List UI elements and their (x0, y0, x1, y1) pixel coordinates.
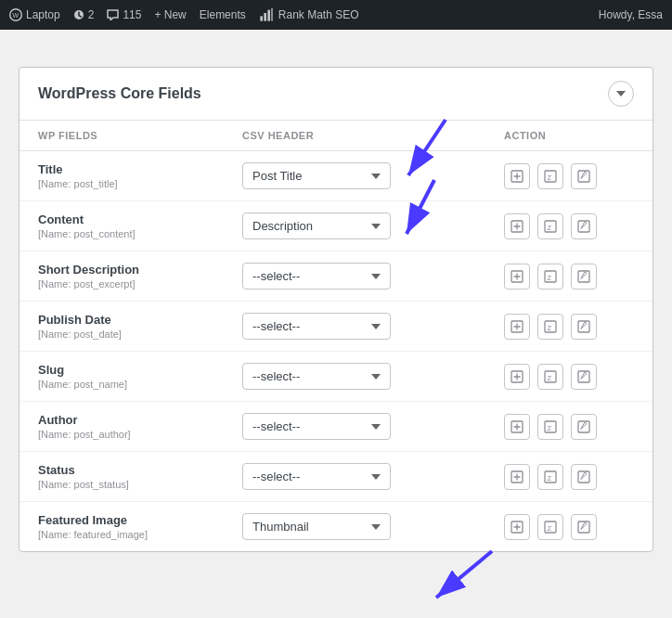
sigma-icon: Σ (544, 320, 557, 333)
wordpress-core-fields-panel: WordPress Core Fields WP FIELDS CSV HEAD… (19, 67, 653, 552)
edit-icon (577, 220, 590, 233)
plus-square-icon (510, 420, 523, 433)
edit-action-publish-date[interactable] (571, 314, 597, 340)
field-label-author: Author [Name: post_author] (38, 413, 242, 440)
csv-select-short-description[interactable]: --select-- Post Title Description Thumbn… (242, 263, 391, 290)
table-row: Content [Name: post_content] Description… (19, 201, 653, 251)
formula-action-title[interactable]: Σ (537, 163, 563, 189)
sigma-icon: Σ (544, 170, 557, 183)
csv-select-featured-image[interactable]: Thumbnail --select-- Post Title Descript… (242, 513, 391, 540)
action-header: ACTION (504, 130, 634, 141)
formula-action-content[interactable]: Σ (537, 213, 563, 239)
svg-text:Σ: Σ (547, 473, 553, 482)
field-label-status: Status [Name: post_status] (38, 463, 242, 490)
csv-select-author[interactable]: --select-- Post Title Description Thumbn… (242, 413, 391, 440)
svg-text:Σ: Σ (547, 223, 553, 231)
sigma-icon: Σ (544, 370, 557, 383)
add-action-featured-image[interactable] (504, 514, 530, 540)
table-row: Featured Image [Name: featured_image] Th… (19, 502, 653, 551)
new-button[interactable]: + New (154, 8, 186, 21)
edit-icon (577, 470, 590, 483)
table-row: Slug [Name: post_name] --select-- Post T… (19, 352, 653, 402)
action-buttons-publish-date: Σ (504, 314, 634, 340)
plus-square-icon (510, 521, 523, 534)
comments-count[interactable]: 115 (107, 8, 141, 21)
admin-bar: W Laptop 2 115 + New Elements (0, 0, 672, 30)
action-buttons-title: Σ (504, 163, 634, 189)
table-row: Author [Name: post_author] --select-- Po… (19, 402, 653, 452)
edit-icon (577, 270, 590, 283)
csv-select-content[interactable]: Description --select-- Post Title Thumbn… (242, 212, 391, 239)
svg-text:Σ: Σ (547, 173, 553, 181)
section-title: WordPress Core Fields (38, 85, 201, 102)
csv-header-header: CSV HEADER (242, 130, 504, 141)
formula-action-publish-date[interactable]: Σ (537, 314, 563, 340)
add-action-author[interactable] (504, 414, 530, 440)
action-buttons-status: Σ (504, 464, 634, 490)
add-action-publish-date[interactable] (504, 314, 530, 340)
svg-text:Σ: Σ (547, 323, 553, 331)
svg-rect-2 (260, 16, 263, 20)
svg-text:Σ: Σ (547, 273, 553, 281)
edit-icon (577, 320, 590, 333)
edit-action-short-description[interactable] (571, 264, 597, 290)
edit-action-featured-image[interactable] (571, 514, 597, 540)
formula-action-featured-image[interactable]: Σ (537, 514, 563, 540)
csv-select-title[interactable]: Post Title --select-- Description Thumbn… (242, 162, 391, 189)
elements-button[interactable]: Elements (200, 8, 246, 21)
chevron-down-icon (616, 91, 626, 97)
field-label-content: Content [Name: post_content] (38, 212, 242, 239)
svg-rect-5 (271, 8, 272, 21)
action-buttons-featured-image: Σ (504, 514, 634, 540)
add-action-status[interactable] (504, 464, 530, 490)
comment-icon (107, 9, 119, 20)
svg-text:W: W (13, 12, 19, 19)
add-action-title[interactable] (504, 163, 530, 189)
csv-select-publish-date[interactable]: --select-- Post Title Description Thumbn… (242, 313, 391, 340)
howdy-label: Howdy, Essa (599, 8, 663, 21)
csv-select-status[interactable]: --select-- Post Title Description Thumbn… (242, 463, 391, 490)
add-action-content[interactable] (504, 213, 530, 239)
sigma-icon: Σ (544, 470, 557, 483)
edit-action-slug[interactable] (571, 364, 597, 390)
action-buttons-short-description: Σ (504, 264, 634, 290)
csv-select-wrapper-publish-date: --select-- Post Title Description Thumbn… (242, 313, 504, 340)
edit-action-title[interactable] (571, 163, 597, 189)
plus-square-icon (510, 220, 523, 233)
plus-square-icon (510, 370, 523, 383)
rank-math-item[interactable]: Rank Math SEO (259, 7, 359, 22)
svg-text:Σ: Σ (547, 373, 553, 381)
edit-action-status[interactable] (571, 464, 597, 490)
formula-action-status[interactable]: Σ (537, 464, 563, 490)
revision-count[interactable]: 2 (73, 8, 95, 21)
field-label-slug: Slug [Name: post_name] (38, 363, 242, 390)
add-action-short-description[interactable] (504, 264, 530, 290)
wp-logo-icon: W (9, 8, 22, 21)
csv-select-wrapper-title: Post Title --select-- Description Thumbn… (242, 162, 504, 189)
svg-rect-4 (267, 10, 270, 21)
svg-rect-3 (264, 13, 266, 21)
collapse-button[interactable] (608, 81, 634, 107)
edit-icon (577, 170, 590, 183)
edit-action-content[interactable] (571, 213, 597, 239)
edit-icon (577, 420, 590, 433)
add-action-slug[interactable] (504, 364, 530, 390)
csv-select-wrapper-author: --select-- Post Title Description Thumbn… (242, 413, 504, 440)
site-name[interactable]: W Laptop (9, 8, 60, 21)
csv-select-wrapper-slug: --select-- Post Title Description Thumbn… (242, 363, 504, 390)
page-wrapper: W Laptop 2 115 + New Elements (0, 0, 672, 618)
section-header: WordPress Core Fields (19, 68, 653, 121)
formula-action-slug[interactable]: Σ (537, 364, 563, 390)
table-row: Publish Date [Name: post_date] --select-… (19, 302, 653, 352)
table-row: Short Description [Name: post_excerpt] -… (19, 251, 653, 302)
plus-square-icon (510, 270, 523, 283)
csv-select-slug[interactable]: --select-- Post Title Description Thumbn… (242, 363, 391, 390)
action-buttons-slug: Σ (504, 364, 634, 390)
edit-action-author[interactable] (571, 414, 597, 440)
rank-math-icon (259, 7, 274, 22)
csv-select-wrapper-status: --select-- Post Title Description Thumbn… (242, 463, 504, 490)
sigma-icon: Σ (544, 270, 557, 283)
table-row: Title [Name: post_title] Post Title --se… (19, 151, 653, 201)
formula-action-short-description[interactable]: Σ (537, 264, 563, 290)
formula-action-author[interactable]: Σ (537, 414, 563, 440)
